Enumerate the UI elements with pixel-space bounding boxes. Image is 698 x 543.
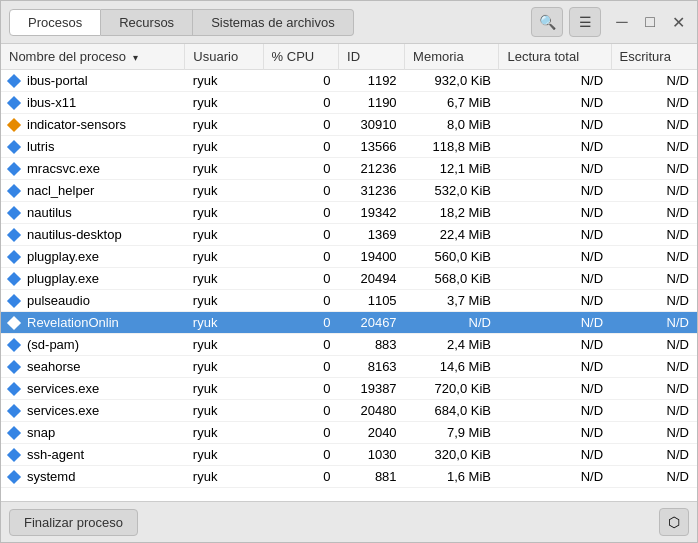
table-row[interactable]: (sd-pam)ryuk08832,4 MiBN/DN/D xyxy=(1,334,697,356)
cell-write: N/D xyxy=(611,70,697,92)
maximize-button[interactable]: □ xyxy=(639,11,661,33)
table-row[interactable]: snapryuk020407,9 MiBN/DN/D xyxy=(1,422,697,444)
table-row[interactable]: nacl_helperryuk031236532,0 KiBN/DN/D xyxy=(1,180,697,202)
cell-name: plugplay.exe xyxy=(1,268,185,289)
cell-write: N/D xyxy=(611,180,697,202)
cell-read: N/D xyxy=(499,224,611,246)
info-button[interactable]: ⬡ xyxy=(659,508,689,536)
process-icon xyxy=(7,359,21,373)
cell-mem: 560,0 KiB xyxy=(405,246,499,268)
cell-id: 1105 xyxy=(339,290,405,312)
cell-read: N/D xyxy=(499,114,611,136)
window-controls: ─ □ ✕ xyxy=(611,11,689,33)
cell-name: pulseaudio xyxy=(1,290,185,311)
sort-arrow-name: ▾ xyxy=(133,52,138,63)
process-table: Nombre del proceso ▾ Usuario % CPU ID Me… xyxy=(1,44,697,488)
table-row[interactable]: services.exeryuk019387720,0 KiBN/DN/D xyxy=(1,378,697,400)
process-icon xyxy=(7,447,21,461)
table-row[interactable]: seahorseryuk0816314,6 MiBN/DN/D xyxy=(1,356,697,378)
table-row[interactable]: pulseaudioryuk011053,7 MiBN/DN/D xyxy=(1,290,697,312)
process-icon xyxy=(7,381,21,395)
cell-mem: 22,4 MiB xyxy=(405,224,499,246)
col-header-id[interactable]: ID xyxy=(339,44,405,70)
cell-write: N/D xyxy=(611,114,697,136)
cell-read: N/D xyxy=(499,466,611,488)
process-icon xyxy=(7,425,21,439)
cell-read: N/D xyxy=(499,400,611,422)
cell-user: ryuk xyxy=(185,92,263,114)
cell-read: N/D xyxy=(499,268,611,290)
cell-write: N/D xyxy=(611,224,697,246)
col-header-mem[interactable]: Memoria xyxy=(405,44,499,70)
cell-cpu: 0 xyxy=(263,312,338,334)
cell-name: ssh-agent xyxy=(1,444,185,465)
cell-cpu: 0 xyxy=(263,114,338,136)
cell-name: systemd xyxy=(1,466,185,487)
table-row[interactable]: nautilusryuk01934218,2 MiBN/DN/D xyxy=(1,202,697,224)
table-row[interactable]: indicator-sensorsryuk0309108,0 MiBN/DN/D xyxy=(1,114,697,136)
col-header-write[interactable]: Escritura xyxy=(611,44,697,70)
process-icon xyxy=(7,205,21,219)
menu-button[interactable]: ☰ xyxy=(569,7,601,37)
cell-cpu: 0 xyxy=(263,356,338,378)
table-row[interactable]: mracsvc.exeryuk02123612,1 MiBN/DN/D xyxy=(1,158,697,180)
tab-procesos[interactable]: Procesos xyxy=(9,9,101,36)
table-row[interactable]: ibus-portalryuk01192932,0 KiBN/DN/D xyxy=(1,70,697,92)
close-button[interactable]: ✕ xyxy=(667,11,689,33)
tab-sistemas[interactable]: Sistemas de archivos xyxy=(193,9,354,36)
process-icon xyxy=(7,293,21,307)
cell-user: ryuk xyxy=(185,202,263,224)
cell-mem: 7,9 MiB xyxy=(405,422,499,444)
tab-recursos[interactable]: Recursos xyxy=(101,9,193,36)
cell-write: N/D xyxy=(611,444,697,466)
cell-write: N/D xyxy=(611,290,697,312)
cell-mem: 2,4 MiB xyxy=(405,334,499,356)
cell-name: RevelationOnlin xyxy=(1,312,185,333)
cell-user: ryuk xyxy=(185,444,263,466)
cell-write: N/D xyxy=(611,356,697,378)
process-tbody: ibus-portalryuk01192932,0 KiBN/DN/Dibus-… xyxy=(1,70,697,488)
cell-name: plugplay.exe xyxy=(1,246,185,267)
table-row[interactable]: lutrisryuk013566118,8 MiBN/DN/D xyxy=(1,136,697,158)
cell-write: N/D xyxy=(611,422,697,444)
col-header-cpu[interactable]: % CPU xyxy=(263,44,338,70)
cell-write: N/D xyxy=(611,136,697,158)
cell-read: N/D xyxy=(499,290,611,312)
minimize-button[interactable]: ─ xyxy=(611,11,633,33)
table-row[interactable]: ibus-x11ryuk011906,7 MiBN/DN/D xyxy=(1,92,697,114)
cell-read: N/D xyxy=(499,136,611,158)
search-button[interactable]: 🔍 xyxy=(531,7,563,37)
cell-write: N/D xyxy=(611,246,697,268)
cell-cpu: 0 xyxy=(263,290,338,312)
cell-mem: 720,0 KiB xyxy=(405,378,499,400)
cell-mem: 8,0 MiB xyxy=(405,114,499,136)
col-header-name[interactable]: Nombre del proceso ▾ xyxy=(1,44,185,70)
cell-write: N/D xyxy=(611,92,697,114)
col-header-user[interactable]: Usuario xyxy=(185,44,263,70)
cell-name: mracsvc.exe xyxy=(1,158,185,179)
table-row[interactable]: nautilus-desktopryuk0136922,4 MiBN/DN/D xyxy=(1,224,697,246)
cell-id: 20494 xyxy=(339,268,405,290)
cell-id: 883 xyxy=(339,334,405,356)
cell-cpu: 0 xyxy=(263,334,338,356)
cell-read: N/D xyxy=(499,334,611,356)
cell-cpu: 0 xyxy=(263,224,338,246)
table-row[interactable]: plugplay.exeryuk019400560,0 KiBN/DN/D xyxy=(1,246,697,268)
col-header-read[interactable]: Lectura total xyxy=(499,44,611,70)
cell-name: ibus-x11 xyxy=(1,92,185,113)
cell-id: 20467 xyxy=(339,312,405,334)
table-row[interactable]: plugplay.exeryuk020494568,0 KiBN/DN/D xyxy=(1,268,697,290)
process-icon xyxy=(7,403,21,417)
cell-write: N/D xyxy=(611,312,697,334)
cell-cpu: 0 xyxy=(263,466,338,488)
cell-id: 19387 xyxy=(339,378,405,400)
cell-name: indicator-sensors xyxy=(1,114,185,135)
table-row[interactable]: ssh-agentryuk01030320,0 KiBN/DN/D xyxy=(1,444,697,466)
process-icon xyxy=(7,139,21,153)
end-process-button[interactable]: Finalizar proceso xyxy=(9,509,138,536)
cell-user: ryuk xyxy=(185,158,263,180)
table-row[interactable]: services.exeryuk020480684,0 KiBN/DN/D xyxy=(1,400,697,422)
table-row[interactable]: RevelationOnlinryuk020467N/DN/DN/D xyxy=(1,312,697,334)
table-row[interactable]: systemdryuk08811,6 MiBN/DN/D xyxy=(1,466,697,488)
process-icon xyxy=(7,161,21,175)
